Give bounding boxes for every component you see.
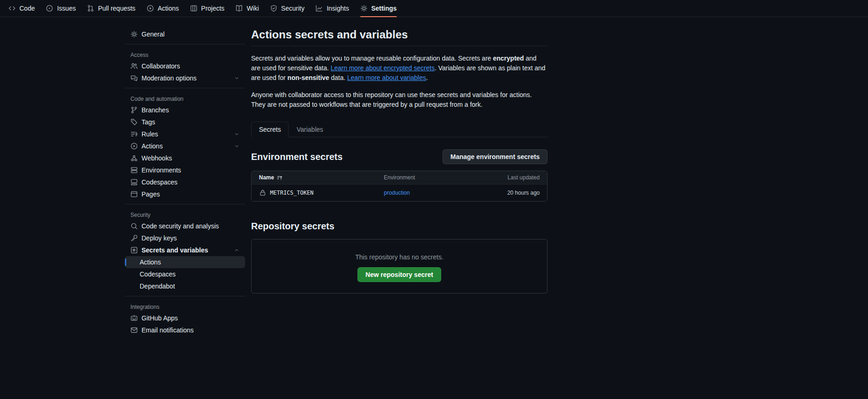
column-header-name[interactable]: Name: [259, 174, 384, 181]
sidebar-item-github-apps[interactable]: GitHub Apps: [125, 312, 245, 324]
sidebar-item-moderation-options[interactable]: Moderation options: [125, 72, 245, 84]
tab-projects[interactable]: Projects: [186, 0, 228, 17]
sort-ascending-icon: [277, 175, 283, 181]
tab-actions[interactable]: Actions: [143, 0, 183, 17]
settings-content: Actions secrets and variables Secrets an…: [251, 28, 548, 294]
sidebar-item-label: Rules: [142, 130, 158, 138]
new-repository-secret-button[interactable]: New repository secret: [357, 267, 441, 282]
tag-icon: [130, 118, 138, 126]
column-header-last-updated: Last updated: [484, 174, 540, 181]
book-icon: [235, 5, 243, 12]
codescan-icon: [130, 222, 138, 230]
secret-name-cell: METRICS_TOKEN: [259, 189, 384, 196]
column-header-environment: Environment: [384, 174, 483, 181]
secret-last-updated: 20 hours ago: [484, 190, 540, 196]
sidebar-heading-access: Access: [125, 48, 245, 60]
environment-link[interactable]: production: [384, 190, 410, 196]
sidebar-subitem-codespaces[interactable]: Codespaces: [125, 268, 245, 280]
chevron-up-icon: [234, 247, 240, 253]
people-icon: [130, 62, 138, 70]
tab-label: Settings: [371, 5, 397, 12]
sidebar-item-email-notifications[interactable]: Email notifications: [125, 324, 245, 336]
intro-bold-non-sensitive: non-sensitive: [288, 74, 329, 81]
sidebar-item-label: Moderation options: [142, 74, 197, 82]
sidebar-heading-code-and-automation: Code and automation: [125, 92, 245, 104]
sidebar-item-secrets-and-variables[interactable]: Secrets and variables: [125, 244, 245, 256]
page-title: Actions secrets and variables: [251, 28, 548, 46]
sidebar-item-environments[interactable]: Environments: [125, 164, 245, 176]
tab-security[interactable]: Security: [266, 0, 308, 17]
comment-discussion-icon: [130, 74, 138, 82]
sidebar-item-label: Actions: [142, 142, 163, 150]
sidebar-item-codespaces[interactable]: Codespaces: [125, 176, 245, 188]
gear-icon: [130, 31, 138, 38]
secret-environment-cell: production: [384, 190, 483, 196]
tab-label: Code: [19, 5, 35, 12]
sidebar-item-webhooks[interactable]: Webhooks: [125, 152, 245, 164]
environment-secrets-section: Environment secrets Manage environment s…: [251, 149, 548, 202]
settings-sidebar: General Access Collaborators Moderation …: [125, 28, 245, 336]
sidebar-subitem-actions[interactable]: Actions: [125, 256, 245, 268]
column-header-label: Name: [259, 174, 274, 181]
sidebar-heading-security: Security: [125, 208, 245, 220]
sidebar-item-tags[interactable]: Tags: [125, 116, 245, 128]
sidebar-item-label: Tags: [142, 118, 155, 126]
sidebar-item-label: Dependabot: [140, 282, 175, 290]
chevron-down-icon: [234, 143, 240, 149]
gear-icon: [360, 5, 368, 12]
intro-text: .: [426, 74, 428, 81]
tab-pull-requests[interactable]: Pull requests: [83, 0, 139, 17]
intro-paragraph-2: Anyone with collaborator access to this …: [251, 90, 548, 110]
key-asterisk-icon: [130, 246, 138, 254]
tab-variables[interactable]: Variables: [289, 122, 331, 137]
sidebar-item-label: General: [142, 31, 165, 38]
tab-issues[interactable]: Issues: [42, 0, 79, 17]
sidebar-item-label: Actions: [140, 258, 161, 266]
tab-label: Projects: [201, 5, 225, 12]
issue-opened-icon: [46, 5, 53, 12]
tab-settings[interactable]: Settings: [357, 0, 400, 17]
environment-secrets-table: Name Environment Last updated METRICS_TO…: [251, 171, 548, 202]
sidebar-subitem-dependabot[interactable]: Dependabot: [125, 280, 245, 292]
tab-label: Security: [281, 5, 305, 12]
sidebar-item-collaborators[interactable]: Collaborators: [125, 60, 245, 72]
repo-tab-bar: Code Issues Pull requests Actions Projec…: [0, 0, 868, 17]
sidebar-item-rules[interactable]: Rules: [125, 128, 245, 140]
sidebar-item-code-security[interactable]: Code security and analysis: [125, 220, 245, 232]
intro-paragraph-1: Secrets and variables allow you to manag…: [251, 54, 548, 83]
link-learn-variables[interactable]: Learn more about variables: [347, 74, 426, 81]
sidebar-item-branches[interactable]: Branches: [125, 104, 245, 116]
webhook-icon: [130, 154, 138, 162]
mail-icon: [130, 326, 138, 334]
table-header-row: Name Environment Last updated: [252, 171, 547, 184]
sidebar-item-label: Deploy keys: [142, 234, 177, 242]
intro-text: Secrets and variables allow you to manag…: [251, 55, 493, 62]
git-branch-icon: [130, 106, 138, 114]
tab-code[interactable]: Code: [5, 0, 38, 17]
manage-environment-secrets-button[interactable]: Manage environment secrets: [443, 149, 548, 164]
sidebar-heading-integrations: Integrations: [125, 300, 245, 312]
code-icon: [8, 5, 16, 12]
tab-insights[interactable]: Insights: [312, 0, 352, 17]
tab-label: Pull requests: [98, 5, 135, 12]
shield-icon: [270, 5, 277, 12]
tab-secrets[interactable]: Secrets: [251, 122, 289, 137]
sidebar-item-actions[interactable]: Actions: [125, 140, 245, 152]
play-icon: [147, 5, 154, 12]
sidebar-divider: [125, 44, 245, 44]
sidebar-item-pages[interactable]: Pages: [125, 188, 245, 200]
secrets-variables-tabnav: Secrets Variables: [251, 122, 548, 137]
intro-bold-encrypted: encrypted: [493, 55, 524, 62]
sidebar-item-label: Pages: [142, 190, 160, 198]
tab-wiki[interactable]: Wiki: [232, 0, 262, 17]
browser-icon: [130, 190, 138, 198]
sidebar-item-general[interactable]: General: [125, 28, 245, 40]
sidebar-item-label: Codespaces: [142, 178, 178, 186]
repository-secrets-section: Repository secrets This repository has n…: [251, 221, 548, 294]
sidebar-item-deploy-keys[interactable]: Deploy keys: [125, 232, 245, 244]
link-learn-encrypted-secrets[interactable]: Learn more about encrypted secrets: [331, 64, 435, 72]
chevron-down-icon: [234, 75, 240, 81]
sidebar-item-label: Branches: [142, 106, 169, 114]
tab-label: Insights: [326, 5, 349, 12]
tab-label: Actions: [158, 5, 179, 12]
